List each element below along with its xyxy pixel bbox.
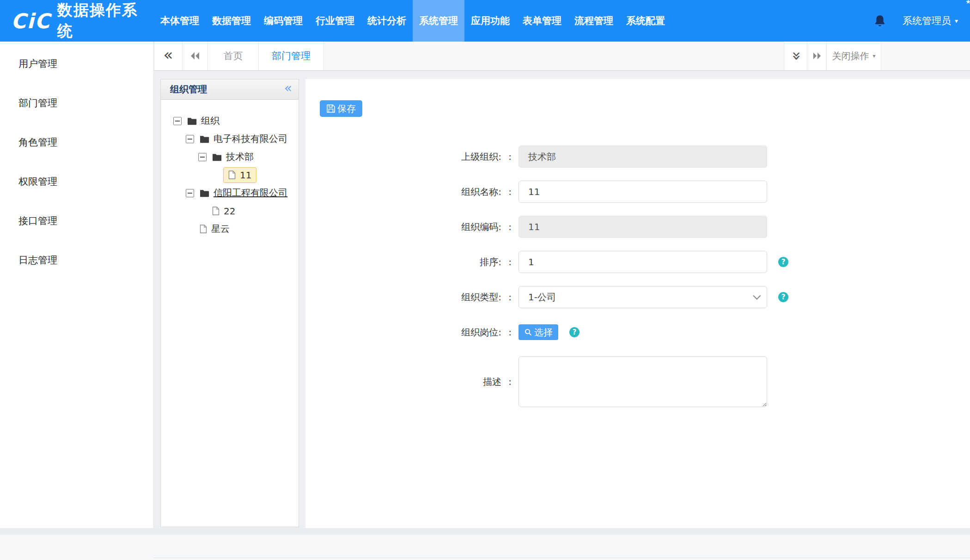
tree-node[interactable]: 11 (173, 166, 295, 184)
tree-node[interactable]: 星云 (173, 220, 295, 238)
form-row: 组织编码: : (305, 216, 970, 238)
form-row: 排序: : ? (305, 251, 970, 273)
readonly-text-input (519, 216, 767, 238)
scroll-tabs-up-button[interactable]: « (784, 42, 807, 70)
field-label: 组织名称: (305, 186, 501, 198)
form-row: 组织名称: : (305, 181, 970, 203)
organization-tree-panel: 组织管理 « 组织 (160, 79, 299, 527)
tree-node-content[interactable]: 组织 (186, 112, 221, 129)
field-label: 组织类型: (305, 291, 501, 304)
fast-forward-icon (812, 52, 822, 60)
search-icon (524, 328, 532, 336)
sidebar-item[interactable]: 日志管理 (0, 240, 153, 280)
help-icon[interactable]: ? (569, 327, 580, 337)
main-content: 组织管理 « 组织 (154, 71, 970, 528)
field-label: 组织岗位: (305, 326, 501, 339)
tree-panel-title: 组织管理 (170, 83, 207, 96)
field-label: 描述 (305, 376, 501, 388)
scroll-tabs-right-button[interactable] (807, 42, 827, 70)
main-menu: 本体管理 数据管理 编码管理 行业管理 统计分析 系统管理 应用功能 表单管理 … (154, 0, 671, 42)
tabbar-end-spacer (881, 42, 970, 70)
page-tab[interactable]: 首页 (208, 42, 259, 70)
tree-node[interactable]: 22 (173, 202, 295, 220)
user-menu[interactable]: 系统管理员 ▾ (903, 14, 958, 27)
text-input[interactable] (519, 251, 767, 273)
collapse-sidebar-button[interactable]: « (154, 42, 183, 70)
description-textarea[interactable] (519, 356, 767, 407)
rewind-icon (190, 51, 200, 61)
field-colon: : (501, 376, 519, 387)
folder-icon (212, 153, 222, 161)
field-colon: : (501, 221, 519, 232)
tree-expander-icon[interactable] (173, 117, 182, 125)
sidebar-item[interactable]: 用户管理 (0, 44, 153, 83)
field-colon: : (501, 256, 519, 268)
left-sidebar: 用户管理 部门管理 角色管理 权限管理 接口管理 日志管理 (0, 42, 154, 528)
tree-expander-icon[interactable] (186, 135, 194, 143)
tabbar-spacer (324, 42, 784, 70)
select-input[interactable]: 1-公司 (519, 286, 767, 308)
form-rows: 上级组织: : 组织名称: : (305, 146, 970, 407)
field-label: 排序: (305, 256, 501, 268)
main-menu-item[interactable]: 系统配置 (620, 0, 671, 42)
main-menu-item[interactable]: 编码管理 (257, 0, 309, 42)
folder-icon (187, 117, 197, 125)
folder-icon (200, 135, 209, 143)
readonly-text-input (519, 146, 767, 168)
notification-bell-icon[interactable] (874, 14, 886, 27)
form-row: 组织类型: : 1-公司 ? (305, 286, 970, 308)
app-title: 数据操作系统 (57, 0, 154, 42)
document-icon (200, 225, 207, 233)
save-floppy-icon (326, 104, 336, 113)
form-row: 描述 : (305, 356, 970, 407)
tree-node-content[interactable]: 信阳工程有限公司 (198, 184, 289, 201)
field-colon: : (501, 151, 519, 162)
main-menu-item[interactable]: 行业管理 (309, 0, 361, 42)
tree-expander-icon[interactable] (186, 189, 194, 197)
text-input[interactable] (519, 181, 767, 203)
field-label: 组织编码: (305, 221, 501, 233)
sidebar-item[interactable]: 部门管理 (0, 83, 153, 122)
tree-panel-header: 组织管理 « (161, 79, 299, 100)
main-menu-item[interactable]: 数据管理 (206, 0, 257, 42)
tree-node[interactable]: 组织 (173, 112, 295, 130)
tree-node-content[interactable]: 电子科技有限公司 (198, 130, 289, 147)
scroll-tabs-left-button[interactable] (183, 42, 208, 70)
chevron-down-icon: ▾ (955, 17, 958, 24)
double-chevron-left-icon: « (164, 47, 173, 62)
sidebar-item[interactable]: 角色管理 (0, 122, 153, 162)
main-menu-item[interactable]: 系统管理 (413, 0, 464, 42)
main-menu-item[interactable]: 本体管理 (154, 0, 206, 42)
tree-node-content[interactable]: 22 (211, 203, 237, 219)
document-icon (228, 170, 236, 179)
sidebar-item[interactable]: 接口管理 (0, 201, 153, 240)
form-row: 组织岗位: : 选择 ? (305, 321, 970, 343)
tree-node-content[interactable]: 11 (223, 167, 256, 183)
tab-bar: « 首页 部门管理 « 关闭操作 ▾ (154, 42, 970, 71)
footer-area (0, 535, 970, 560)
choose-position-button[interactable]: 选择 (519, 324, 558, 340)
panel-collapse-icon[interactable]: « (284, 82, 292, 95)
tree-node[interactable]: 技术部 (173, 148, 295, 166)
logo-mark: CiC (11, 9, 51, 33)
field-label: 上级组织: (305, 151, 501, 163)
sidebar-item[interactable]: 权限管理 (0, 162, 153, 201)
main-menu-item[interactable]: 统计分析 (361, 0, 413, 42)
save-button[interactable]: 保存 (320, 100, 362, 117)
tree-node-content[interactable]: 星云 (198, 220, 231, 237)
tree-expander-icon[interactable] (198, 153, 207, 161)
tree-node[interactable]: 电子科技有限公司 (173, 130, 295, 148)
close-operations-dropdown[interactable]: 关闭操作 ▾ (827, 42, 881, 70)
main-menu-item[interactable]: 表单管理 (516, 0, 568, 42)
tree-node-content[interactable]: 技术部 (211, 148, 255, 165)
tree-node[interactable]: 信阳工程有限公司 (173, 184, 295, 202)
page-tab[interactable]: 部门管理 (259, 42, 324, 70)
help-icon[interactable]: ? (778, 257, 788, 267)
user-name: 系统管理员 (903, 14, 951, 27)
navbar-right: 系统管理员 ▾ (874, 0, 970, 42)
main-menu-item[interactable]: 应用功能 (464, 0, 516, 42)
help-icon[interactable]: ? (778, 292, 788, 302)
field-colon: : (501, 186, 519, 197)
main-menu-item[interactable]: 流程管理 (568, 0, 620, 42)
field-colon: : (501, 292, 519, 303)
